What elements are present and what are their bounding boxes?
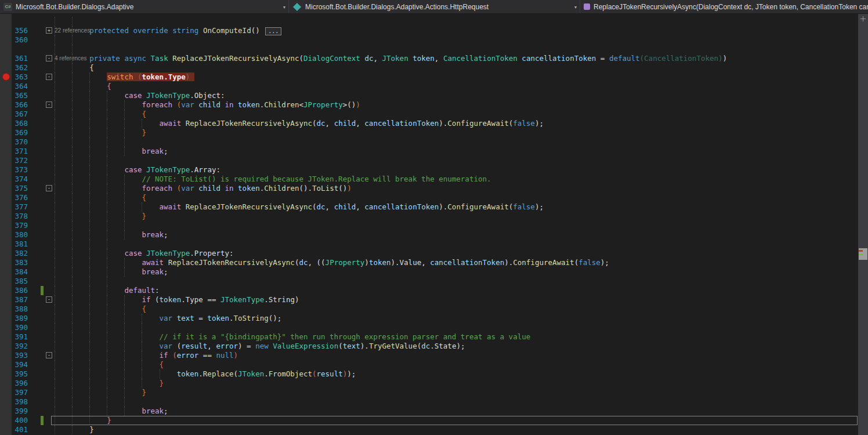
code-content[interactable]: { [55, 82, 858, 91]
line-number[interactable]: 363 [12, 72, 28, 82]
line-number[interactable]: 366 [12, 100, 28, 110]
collapsed-region-box[interactable]: ... [265, 27, 281, 35]
line-number[interactable]: 379 [12, 221, 28, 230]
line-number[interactable]: 381 [12, 240, 28, 249]
breakpoint-margin[interactable] [0, 314, 12, 323]
line-number[interactable] [12, 45, 28, 54]
code-content[interactable] [55, 397, 858, 407]
breakpoint-margin[interactable] [0, 332, 12, 342]
breakpoint-margin[interactable] [0, 369, 12, 379]
line-number[interactable] [12, 17, 28, 26]
code-content[interactable]: } [55, 416, 858, 425]
breakpoint-margin[interactable] [0, 175, 12, 184]
collapse-region-button[interactable]: - [46, 185, 52, 191]
line-number[interactable]: 373 [12, 165, 28, 175]
line-number[interactable]: 400 [12, 416, 28, 425]
breakpoint-margin[interactable] [0, 26, 12, 35]
code-content[interactable]: } [55, 388, 858, 397]
code-content[interactable] [55, 277, 858, 286]
breakpoint-margin[interactable] [0, 416, 12, 425]
breakpoint-margin[interactable] [0, 17, 12, 26]
code-content[interactable] [55, 323, 858, 332]
breakpoint-margin[interactable] [0, 277, 12, 286]
breakpoint-margin[interactable] [0, 295, 12, 304]
code-content[interactable]: } [55, 212, 858, 221]
breakpoint-margin[interactable] [0, 258, 12, 267]
breakpoint-margin[interactable] [0, 137, 12, 147]
breakpoint-margin[interactable] [0, 388, 12, 397]
line-number[interactable]: 374 [12, 175, 28, 184]
breakpoint-margin[interactable] [0, 128, 12, 137]
code-content[interactable]: case JTokenType.Array: [55, 165, 858, 175]
code-content[interactable] [55, 137, 858, 147]
code-content[interactable] [55, 240, 858, 249]
code-content[interactable]: await ReplaceJTokenRecursivelyAsync(dc, … [55, 119, 858, 128]
breakpoint-margin[interactable] [0, 249, 12, 258]
line-number[interactable]: 364 [12, 82, 28, 91]
code-content[interactable]: foreach (var child in token.Children<JPr… [55, 100, 858, 110]
breakpoint-margin[interactable] [0, 323, 12, 332]
line-number[interactable]: 394 [12, 360, 28, 369]
breakpoint-margin[interactable] [0, 156, 12, 165]
line-number[interactable]: 384 [12, 267, 28, 277]
breakpoint-margin[interactable] [0, 45, 12, 54]
code-content[interactable]: var text = token.ToString(); [55, 314, 858, 323]
code-content[interactable]: break; [55, 230, 858, 240]
line-number[interactable]: 389 [12, 314, 28, 323]
breakpoint-margin[interactable] [0, 91, 12, 100]
line-number[interactable]: 387 [12, 295, 28, 304]
line-number[interactable]: 398 [12, 397, 28, 407]
code-content[interactable] [55, 35, 858, 45]
line-number[interactable]: 401 [12, 425, 28, 434]
line-number[interactable]: 396 [12, 379, 28, 388]
code-content[interactable]: case JTokenType.Object: [55, 91, 858, 100]
breakpoint-margin[interactable] [0, 379, 12, 388]
line-number[interactable]: 372 [12, 156, 28, 165]
line-number[interactable]: 365 [12, 91, 28, 100]
code-content[interactable]: } [55, 379, 858, 388]
breakpoint-margin[interactable] [0, 304, 12, 314]
expand-region-button[interactable]: + [46, 27, 52, 34]
line-number[interactable]: 397 [12, 388, 28, 397]
code-content[interactable]: { [55, 110, 858, 119]
breakpoint-margin[interactable] [0, 165, 12, 175]
code-content[interactable]: var (result, error) = new ValueExpressio… [55, 342, 858, 351]
line-number[interactable]: 383 [12, 258, 28, 267]
line-number[interactable]: 382 [12, 249, 28, 258]
breakpoint-margin[interactable] [0, 147, 12, 156]
code-content[interactable]: } [55, 128, 858, 137]
line-number[interactable]: 361 [12, 54, 28, 63]
project-dropdown[interactable]: C# Microsoft.Bot.Builder.Dialogs.Adaptiv… [0, 0, 288, 13]
line-number[interactable]: 380 [12, 230, 28, 240]
line-number[interactable]: 392 [12, 342, 28, 351]
line-number[interactable]: 385 [12, 277, 28, 286]
line-number[interactable]: 375 [12, 184, 28, 193]
line-number[interactable]: 376 [12, 193, 28, 202]
code-content[interactable]: protected override string OnComputeId() … [55, 26, 858, 35]
breakpoint-margin[interactable] [0, 35, 12, 45]
breakpoint-margin[interactable] [0, 110, 12, 119]
code-content[interactable]: await ReplaceJTokenRecursivelyAsync(dc, … [55, 258, 858, 267]
line-number[interactable]: 391 [12, 332, 28, 342]
code-content[interactable]: if (token.Type == JTokenType.String) [55, 295, 858, 304]
line-number[interactable]: 377 [12, 202, 28, 212]
code-content[interactable]: foreach (var child in token.Children().T… [55, 184, 858, 193]
code-content[interactable] [55, 156, 858, 165]
member-dropdown[interactable]: ReplaceJTokenRecursivelyAsync(DialogCont… [580, 0, 868, 13]
code-content[interactable]: case JTokenType.Property: [55, 249, 858, 258]
line-number[interactable]: 356 [12, 26, 28, 35]
line-number[interactable]: 399 [12, 407, 28, 416]
collapse-region-button[interactable]: - [46, 296, 52, 303]
code-content[interactable]: 22 references [55, 17, 858, 26]
line-number[interactable]: 393 [12, 351, 28, 360]
line-number[interactable]: 367 [12, 110, 28, 119]
line-number[interactable]: 386 [12, 286, 28, 295]
breakpoint-margin[interactable] [0, 267, 12, 277]
breakpoint-margin[interactable] [0, 351, 12, 360]
breakpoint-margin[interactable] [0, 119, 12, 128]
line-number[interactable]: 388 [12, 304, 28, 314]
code-content[interactable]: } [55, 425, 858, 434]
breakpoint-margin[interactable] [0, 425, 12, 434]
collapse-region-button[interactable]: - [46, 74, 52, 80]
code-content[interactable]: break; [55, 267, 858, 277]
